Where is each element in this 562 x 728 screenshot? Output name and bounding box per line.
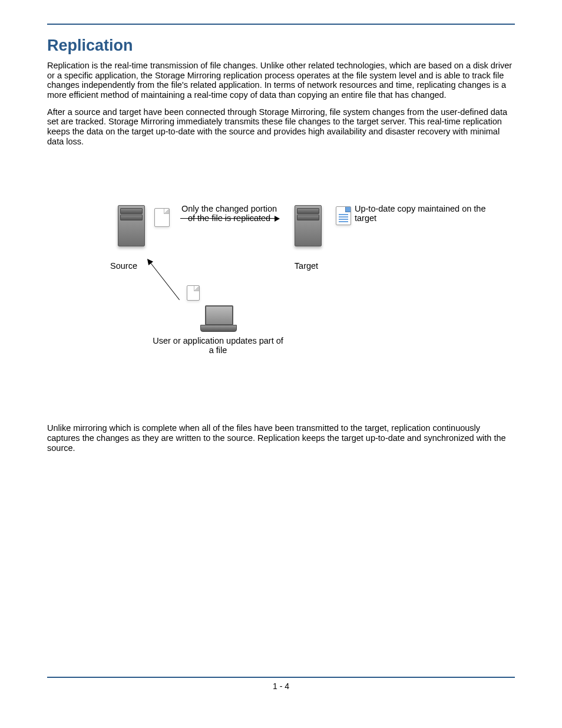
file-small-icon (187, 285, 200, 301)
page-footer: 1 - 4 (47, 677, 515, 691)
source-server-icon (118, 205, 145, 246)
top-rule (47, 24, 515, 25)
target-label: Target (289, 261, 324, 271)
file-icon (154, 208, 170, 227)
paragraph-1: Replication is the real-time transmissio… (47, 61, 515, 100)
page-number: 1 - 4 (273, 681, 289, 691)
file-partial-icon (336, 206, 351, 225)
diag-arrow-line (150, 263, 180, 301)
replication-diagram: Only the changed portion of the file is … (47, 170, 515, 406)
arrow-label: Only the changed portion of the file is … (179, 204, 279, 223)
page-title: Replication (47, 37, 515, 55)
arrow-head-icon (275, 216, 280, 222)
arrow-line (180, 218, 275, 219)
source-label: Source (106, 261, 141, 271)
paragraph-2: After a source and target have been conn… (47, 107, 515, 147)
paragraph-3: Unlike mirroring which is complete when … (47, 423, 515, 453)
target-note: Up-to-date copy maintained on the target (355, 204, 490, 223)
target-server-icon (295, 205, 322, 246)
user-label: User or application updates part of a fi… (150, 336, 286, 355)
laptop-icon (200, 305, 236, 332)
